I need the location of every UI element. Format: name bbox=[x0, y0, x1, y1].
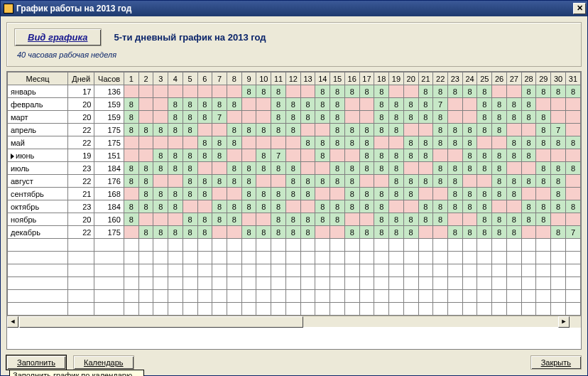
col-header-day-25[interactable]: 25 bbox=[477, 72, 492, 85]
day-cell[interactable]: 8 bbox=[506, 213, 521, 226]
day-cell[interactable]: 8 bbox=[330, 111, 345, 124]
day-cell[interactable] bbox=[359, 175, 374, 188]
month-name-cell[interactable]: май bbox=[8, 136, 68, 149]
day-cell[interactable]: 8 bbox=[271, 98, 286, 111]
day-cell[interactable]: 8 bbox=[477, 98, 492, 111]
day-cell[interactable] bbox=[153, 85, 168, 98]
col-header-day-19[interactable]: 19 bbox=[389, 72, 404, 85]
day-cell[interactable]: 8 bbox=[271, 213, 286, 226]
day-cell[interactable] bbox=[315, 124, 330, 136]
day-cell[interactable] bbox=[256, 111, 271, 124]
day-cell[interactable] bbox=[565, 149, 580, 162]
day-cell[interactable] bbox=[271, 136, 286, 149]
day-cell[interactable]: 8 bbox=[124, 98, 138, 111]
day-cell[interactable]: 8 bbox=[492, 149, 507, 162]
day-cell[interactable] bbox=[300, 124, 315, 136]
day-cell[interactable]: 8 bbox=[344, 175, 359, 188]
day-cell[interactable]: 8 bbox=[359, 200, 374, 213]
day-cell[interactable]: 8 bbox=[330, 175, 345, 188]
day-cell[interactable]: 8 bbox=[212, 149, 227, 162]
day-cell[interactable]: 8 bbox=[124, 213, 138, 226]
day-cell[interactable]: 8 bbox=[315, 200, 330, 213]
day-cell[interactable]: 8 bbox=[300, 188, 315, 200]
day-cell[interactable]: 8 bbox=[256, 162, 271, 175]
day-cell[interactable] bbox=[462, 213, 477, 226]
day-cell[interactable] bbox=[448, 149, 463, 162]
day-cell[interactable]: 8 bbox=[403, 175, 418, 188]
day-cell[interactable] bbox=[212, 85, 227, 98]
day-cell[interactable]: 8 bbox=[256, 124, 271, 136]
day-cell[interactable]: 8 bbox=[477, 85, 492, 98]
day-cell[interactable]: 8 bbox=[374, 213, 389, 226]
day-cell[interactable] bbox=[418, 226, 433, 239]
hours-cell[interactable]: 184 bbox=[94, 200, 124, 213]
day-cell[interactable]: 8 bbox=[448, 136, 463, 149]
day-cell[interactable] bbox=[506, 124, 521, 136]
day-cell[interactable] bbox=[124, 226, 138, 239]
col-header-hours[interactable]: Часов bbox=[94, 72, 124, 85]
day-cell[interactable]: 8 bbox=[241, 162, 256, 175]
day-cell[interactable] bbox=[138, 213, 153, 226]
day-cell[interactable] bbox=[477, 175, 492, 188]
day-cell[interactable] bbox=[241, 111, 256, 124]
day-cell[interactable]: 8 bbox=[462, 226, 477, 239]
col-header-day-18[interactable]: 18 bbox=[374, 72, 389, 85]
day-cell[interactable]: 8 bbox=[197, 98, 212, 111]
day-cell[interactable]: 8 bbox=[521, 98, 536, 111]
day-cell[interactable]: 8 bbox=[418, 136, 433, 149]
day-cell[interactable]: 8 bbox=[227, 175, 242, 188]
day-cell[interactable]: 8 bbox=[359, 85, 374, 98]
day-cell[interactable] bbox=[168, 175, 183, 188]
day-cell[interactable]: 8 bbox=[536, 111, 551, 124]
day-cell[interactable]: 8 bbox=[536, 136, 551, 149]
day-cell[interactable] bbox=[403, 85, 418, 98]
day-cell[interactable]: 8 bbox=[344, 200, 359, 213]
days-cell[interactable]: 19 bbox=[68, 149, 94, 162]
day-cell[interactable]: 8 bbox=[374, 226, 389, 239]
day-cell[interactable]: 8 bbox=[418, 85, 433, 98]
day-cell[interactable] bbox=[153, 136, 168, 149]
day-cell[interactable]: 8 bbox=[389, 162, 404, 175]
day-cell[interactable]: 8 bbox=[462, 149, 477, 162]
day-cell[interactable] bbox=[241, 98, 256, 111]
table-row[interactable]: январь1713688888888888888888 bbox=[8, 85, 581, 98]
day-cell[interactable]: 8 bbox=[168, 149, 183, 162]
days-cell[interactable]: 23 bbox=[68, 200, 94, 213]
day-cell[interactable] bbox=[521, 226, 536, 239]
day-cell[interactable]: 8 bbox=[536, 175, 551, 188]
day-cell[interactable] bbox=[241, 149, 256, 162]
col-header-day-26[interactable]: 26 bbox=[492, 72, 507, 85]
day-cell[interactable] bbox=[138, 111, 153, 124]
day-cell[interactable] bbox=[565, 98, 580, 111]
day-cell[interactable]: 8 bbox=[462, 162, 477, 175]
day-cell[interactable]: 8 bbox=[565, 162, 580, 175]
day-cell[interactable]: 8 bbox=[448, 200, 463, 213]
day-cell[interactable]: 8 bbox=[477, 111, 492, 124]
day-cell[interactable]: 8 bbox=[315, 111, 330, 124]
day-cell[interactable]: 8 bbox=[315, 213, 330, 226]
month-name-cell[interactable]: июнь bbox=[8, 149, 68, 162]
day-cell[interactable]: 8 bbox=[271, 188, 286, 200]
day-cell[interactable] bbox=[212, 188, 227, 200]
day-cell[interactable]: 8 bbox=[403, 188, 418, 200]
day-cell[interactable]: 8 bbox=[285, 162, 300, 175]
day-cell[interactable] bbox=[227, 188, 242, 200]
day-cell[interactable]: 8 bbox=[433, 85, 448, 98]
day-cell[interactable]: 8 bbox=[418, 149, 433, 162]
day-cell[interactable] bbox=[344, 111, 359, 124]
day-cell[interactable]: 8 bbox=[374, 200, 389, 213]
col-header-day-21[interactable]: 21 bbox=[418, 72, 433, 85]
table-row[interactable]: март2015988887888888888888888 bbox=[8, 111, 581, 124]
col-header-day-9[interactable]: 9 bbox=[241, 72, 256, 85]
day-cell[interactable]: 8 bbox=[315, 175, 330, 188]
window-close-button[interactable]: ✕ bbox=[573, 3, 586, 14]
day-cell[interactable]: 8 bbox=[374, 149, 389, 162]
table-row[interactable]: декабрь221758888888888888888888887 bbox=[8, 226, 581, 239]
day-cell[interactable]: 8 bbox=[536, 200, 551, 213]
day-cell[interactable]: 8 bbox=[551, 226, 566, 239]
day-cell[interactable]: 8 bbox=[536, 85, 551, 98]
day-cell[interactable]: 8 bbox=[374, 111, 389, 124]
day-cell[interactable] bbox=[330, 226, 345, 239]
day-cell[interactable] bbox=[285, 136, 300, 149]
day-cell[interactable] bbox=[300, 85, 315, 98]
